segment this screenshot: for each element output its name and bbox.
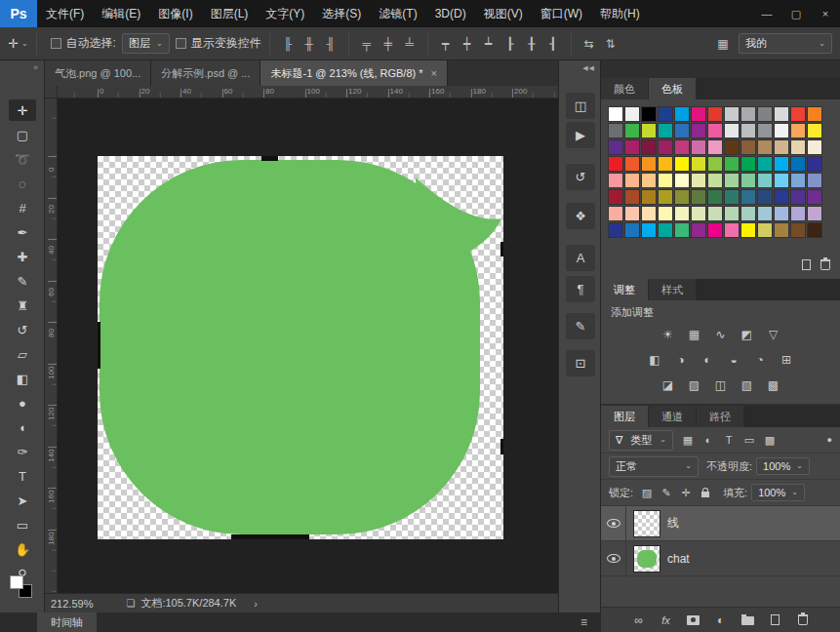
character-panel-icon[interactable]: A [566,245,595,271]
color-swatch[interactable] [691,139,706,155]
color-swatch[interactable] [757,173,773,188]
pen-tool[interactable]: ✑ [9,441,36,462]
posterize-icon[interactable]: ▨ [685,375,704,395]
color-swatch[interactable] [608,123,623,138]
layer-row-1[interactable]: chat [601,541,840,576]
document-canvas[interactable] [98,156,503,539]
color-swatch[interactable] [707,173,723,188]
color-swatch[interactable] [641,123,657,138]
menu-item-0[interactable]: 文件(F) [37,0,93,27]
black-white-icon[interactable]: ◐ [698,350,717,370]
color-lookup-icon[interactable]: ⊞ [777,350,796,370]
eraser-tool[interactable]: ▱ [9,343,36,365]
color-swatch[interactable] [724,189,740,205]
color-swatch[interactable] [790,156,806,172]
color-swatch[interactable] [774,106,789,122]
vibrance-icon[interactable]: ▽ [764,325,783,344]
workspace-select[interactable]: 我的 ⌄ [739,33,832,54]
color-swatch[interactable] [624,206,640,221]
color-swatch[interactable] [641,222,657,238]
color-swatch[interactable] [774,173,789,188]
color-swatch[interactable] [724,106,740,122]
color-swatch[interactable] [691,106,706,122]
color-swatch[interactable] [624,106,640,122]
color-swatch[interactable] [658,139,673,155]
current-tool-indicator[interactable]: ✛ ⌄ [8,36,28,51]
color-swatch[interactable] [674,139,690,155]
distribute-icon-4[interactable]: ╂ [522,34,541,54]
auto-select-checkbox[interactable] [51,38,61,49]
color-swatch[interactable] [757,189,773,205]
color-swatch[interactable] [707,106,723,122]
color-swatch[interactable] [658,206,673,221]
align-v-icon-2[interactable]: ╧ [400,34,420,54]
color-swatch[interactable] [724,206,740,221]
opacity-select[interactable]: 100% ⌄ [756,457,810,475]
layer-row-0[interactable]: 线 [601,506,840,541]
selective-color-icon[interactable]: ▧ [738,375,757,395]
color-swatch[interactable] [641,139,657,155]
distribute-icon-0[interactable]: ┯ [436,34,456,54]
gradient-tool[interactable]: ◧ [9,368,36,389]
color-swatch[interactable] [807,173,822,188]
healing-brush-tool[interactable]: ✚ [9,246,36,267]
color-swatch[interactable] [674,222,690,238]
menu-item-10[interactable]: 帮助(H) [591,0,649,27]
tab-colors-1[interactable]: 色板 [649,78,696,99]
workspace-switcher-icon[interactable]: ▦ [713,34,733,54]
history-brush-tool[interactable]: ↺ [9,319,36,340]
color-swatch[interactable] [807,189,822,205]
show-transform-checkbox[interactable] [176,38,186,49]
color-swatch[interactable] [608,106,623,122]
color-swatch[interactable] [807,156,822,172]
expand-toolbar-button[interactable]: » [0,60,44,72]
document-tab-1[interactable]: 分解示例.psd @ ... [151,60,260,86]
align-v-icon-1[interactable]: ╪ [379,34,398,54]
color-swatch[interactable] [740,106,756,122]
brightness-contrast-icon[interactable]: ☀ [659,325,678,344]
color-swatch[interactable] [724,139,740,155]
color-swatch[interactable] [707,222,723,238]
clone-source-panel-icon[interactable]: ⊡ [566,350,595,376]
color-swatch[interactable] [608,206,623,221]
color-swatch[interactable] [658,106,673,122]
tab-adjustments-0[interactable]: 调整 [601,279,648,300]
pixel-filter-icon[interactable]: ▦ [679,431,697,449]
lock-position-icon[interactable]: ✛ [678,484,694,501]
color-swatch[interactable] [757,222,773,238]
color-swatch[interactable] [724,173,740,188]
hand-tool[interactable]: ✋ [9,538,36,560]
auto-select-target-select[interactable]: 图层 ⌄ [122,33,170,54]
menu-item-4[interactable]: 文字(Y) [257,0,313,27]
channel-mixer-icon[interactable]: ◔ [750,350,770,370]
gradient-map-icon[interactable]: ▩ [764,375,783,395]
color-swatch[interactable] [790,139,806,155]
spacing-icon-1[interactable]: ⇅ [601,34,620,54]
menu-item-6[interactable]: 滤镜(T) [370,0,425,27]
color-swatch[interactable] [658,189,673,205]
color-swatch[interactable] [757,206,773,221]
color-swatch[interactable] [740,222,756,238]
close-icon[interactable]: × [811,0,840,27]
add-layer-mask-button[interactable] [683,611,704,630]
color-swatch[interactable] [807,106,822,122]
dodge-tool[interactable]: ◖ [9,416,36,438]
color-swatch[interactable] [757,123,773,138]
color-swatch[interactable] [790,123,806,138]
brush-presets-panel-icon[interactable]: ❖ [566,203,595,229]
color-swatch[interactable] [624,156,640,172]
color-swatch[interactable] [658,123,673,138]
distribute-icon-5[interactable]: ┨ [543,34,563,54]
color-swatch[interactable] [641,206,657,221]
lasso-tool[interactable]: ➰ [9,148,36,170]
align-icon-2[interactable]: ╢ [321,34,340,54]
align-icon-1[interactable]: ╫ [300,34,319,54]
fill-select[interactable]: 100% ⌄ [751,484,805,501]
layer-visibility-toggle[interactable] [601,506,626,541]
color-swatch[interactable] [658,222,673,238]
color-swatch[interactable] [724,222,740,238]
align-icon-0[interactable]: ╟ [278,34,298,54]
exposure-icon[interactable]: ◩ [738,325,757,344]
minimize-icon[interactable]: — [752,0,781,27]
color-swatch[interactable] [790,189,806,205]
